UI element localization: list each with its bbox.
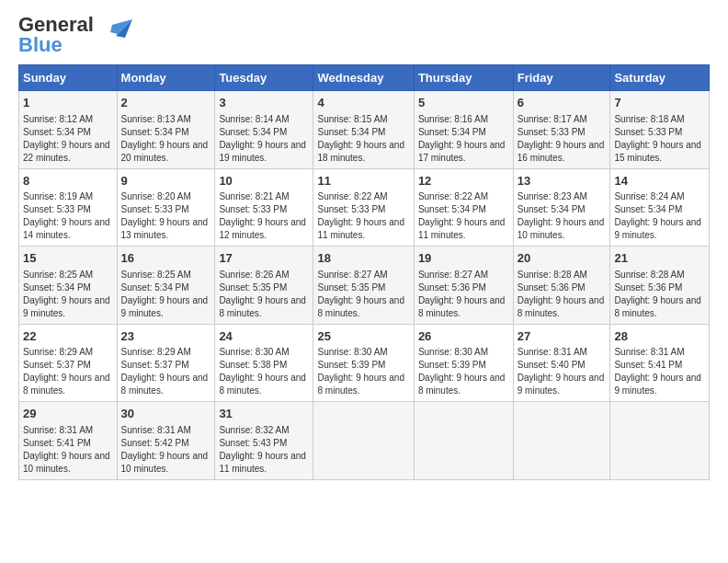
day-info: Sunrise: 8:25 AMSunset: 5:34 PMDaylight:… xyxy=(23,269,113,320)
header: General Blue xyxy=(18,15,710,55)
day-info: Sunrise: 8:22 AMSunset: 5:34 PMDaylight:… xyxy=(418,190,509,242)
calendar-cell: 10Sunrise: 8:21 AMSunset: 5:33 PMDayligh… xyxy=(215,168,313,247)
day-info: Sunrise: 8:25 AMSunset: 5:34 PMDaylight:… xyxy=(121,269,211,320)
calendar-cell: 16Sunrise: 8:25 AMSunset: 5:34 PMDayligh… xyxy=(117,247,215,325)
day-number: 19 xyxy=(418,250,509,267)
day-number: 15 xyxy=(23,250,113,267)
calendar-cell: 26Sunrise: 8:30 AMSunset: 5:39 PMDayligh… xyxy=(414,324,513,402)
day-number: 24 xyxy=(219,328,309,345)
calendar-cell: 1Sunrise: 8:12 AMSunset: 5:34 PMDaylight… xyxy=(19,91,118,169)
day-number: 8 xyxy=(23,173,113,190)
logo-general: General xyxy=(18,15,94,35)
weekday-header-thursday: Thursday xyxy=(414,65,513,91)
calendar-cell: 8Sunrise: 8:19 AMSunset: 5:33 PMDaylight… xyxy=(19,168,118,247)
day-number: 31 xyxy=(219,406,309,422)
calendar-cell: 18Sunrise: 8:27 AMSunset: 5:35 PMDayligh… xyxy=(313,247,414,325)
day-number: 11 xyxy=(317,173,409,190)
day-info: Sunrise: 8:21 AMSunset: 5:33 PMDaylight:… xyxy=(219,190,309,242)
calendar-cell: 24Sunrise: 8:30 AMSunset: 5:38 PMDayligh… xyxy=(215,324,313,402)
day-info: Sunrise: 8:29 AMSunset: 5:37 PMDaylight:… xyxy=(121,346,211,397)
calendar-cell: 6Sunrise: 8:17 AMSunset: 5:33 PMDaylight… xyxy=(513,91,610,169)
weekday-header-friday: Friday xyxy=(513,65,610,91)
day-number: 25 xyxy=(317,328,409,345)
calendar-week-row: 22Sunrise: 8:29 AMSunset: 5:37 PMDayligh… xyxy=(19,324,710,402)
calendar-cell: 22Sunrise: 8:29 AMSunset: 5:37 PMDayligh… xyxy=(19,324,118,402)
day-number: 7 xyxy=(614,95,705,111)
day-info: Sunrise: 8:27 AMSunset: 5:35 PMDaylight:… xyxy=(317,269,409,320)
day-number: 26 xyxy=(418,328,509,345)
calendar-cell: 27Sunrise: 8:31 AMSunset: 5:40 PMDayligh… xyxy=(513,324,610,402)
calendar-cell xyxy=(610,402,710,480)
calendar-cell: 29Sunrise: 8:31 AMSunset: 5:41 PMDayligh… xyxy=(19,402,118,480)
day-number: 4 xyxy=(317,95,409,111)
calendar-cell: 4Sunrise: 8:15 AMSunset: 5:34 PMDaylight… xyxy=(313,91,414,169)
day-number: 5 xyxy=(418,95,509,111)
calendar-cell: 23Sunrise: 8:29 AMSunset: 5:37 PMDayligh… xyxy=(117,324,215,402)
calendar-week-row: 29Sunrise: 8:31 AMSunset: 5:41 PMDayligh… xyxy=(19,402,710,480)
day-info: Sunrise: 8:31 AMSunset: 5:41 PMDaylight:… xyxy=(23,424,113,476)
day-number: 29 xyxy=(23,406,113,422)
logo-bird-icon xyxy=(97,16,132,51)
calendar-cell: 19Sunrise: 8:27 AMSunset: 5:36 PMDayligh… xyxy=(414,247,513,325)
calendar-cell: 20Sunrise: 8:28 AMSunset: 5:36 PMDayligh… xyxy=(513,247,610,325)
logo: General Blue xyxy=(18,15,132,55)
day-number: 2 xyxy=(121,95,211,111)
calendar-cell: 2Sunrise: 8:13 AMSunset: 5:34 PMDaylight… xyxy=(117,91,215,169)
day-number: 10 xyxy=(219,173,309,190)
day-info: Sunrise: 8:29 AMSunset: 5:37 PMDaylight:… xyxy=(23,346,113,397)
day-info: Sunrise: 8:16 AMSunset: 5:34 PMDaylight:… xyxy=(418,113,509,165)
day-number: 1 xyxy=(23,95,113,111)
weekday-header-row: SundayMondayTuesdayWednesdayThursdayFrid… xyxy=(19,65,710,91)
calendar-cell: 21Sunrise: 8:28 AMSunset: 5:36 PMDayligh… xyxy=(610,247,710,325)
day-info: Sunrise: 8:31 AMSunset: 5:41 PMDaylight:… xyxy=(614,346,705,397)
day-number: 23 xyxy=(121,328,211,345)
day-info: Sunrise: 8:14 AMSunset: 5:34 PMDaylight:… xyxy=(219,113,309,165)
day-info: Sunrise: 8:19 AMSunset: 5:33 PMDaylight:… xyxy=(23,190,113,242)
calendar-table: SundayMondayTuesdayWednesdayThursdayFrid… xyxy=(18,64,710,480)
day-number: 12 xyxy=(418,173,509,190)
calendar-week-row: 8Sunrise: 8:19 AMSunset: 5:33 PMDaylight… xyxy=(19,168,710,247)
calendar-cell: 3Sunrise: 8:14 AMSunset: 5:34 PMDaylight… xyxy=(215,91,313,169)
day-info: Sunrise: 8:13 AMSunset: 5:34 PMDaylight:… xyxy=(121,113,211,165)
day-number: 16 xyxy=(121,250,211,267)
day-info: Sunrise: 8:23 AMSunset: 5:34 PMDaylight:… xyxy=(518,190,607,242)
weekday-header-saturday: Saturday xyxy=(610,65,710,91)
day-info: Sunrise: 8:30 AMSunset: 5:39 PMDaylight:… xyxy=(317,346,409,397)
day-number: 27 xyxy=(518,328,607,345)
calendar-cell xyxy=(313,402,414,480)
day-info: Sunrise: 8:22 AMSunset: 5:33 PMDaylight:… xyxy=(317,190,409,242)
day-number: 9 xyxy=(121,173,211,190)
logo-blue: Blue xyxy=(18,35,94,55)
day-info: Sunrise: 8:28 AMSunset: 5:36 PMDaylight:… xyxy=(614,269,705,320)
day-info: Sunrise: 8:26 AMSunset: 5:35 PMDaylight:… xyxy=(219,269,309,320)
day-info: Sunrise: 8:18 AMSunset: 5:33 PMDaylight:… xyxy=(614,113,705,165)
day-info: Sunrise: 8:32 AMSunset: 5:43 PMDaylight:… xyxy=(219,424,309,476)
day-number: 30 xyxy=(121,406,211,422)
calendar-cell: 14Sunrise: 8:24 AMSunset: 5:34 PMDayligh… xyxy=(610,168,710,247)
calendar-cell: 25Sunrise: 8:30 AMSunset: 5:39 PMDayligh… xyxy=(313,324,414,402)
day-number: 22 xyxy=(23,328,113,345)
day-number: 13 xyxy=(518,173,607,190)
day-number: 3 xyxy=(219,95,309,111)
day-number: 21 xyxy=(614,250,705,267)
calendar-cell xyxy=(414,402,513,480)
day-info: Sunrise: 8:31 AMSunset: 5:42 PMDaylight:… xyxy=(121,424,211,476)
weekday-header-sunday: Sunday xyxy=(19,65,118,91)
day-number: 6 xyxy=(518,95,607,111)
day-info: Sunrise: 8:27 AMSunset: 5:36 PMDaylight:… xyxy=(418,269,509,320)
calendar-week-row: 1Sunrise: 8:12 AMSunset: 5:34 PMDaylight… xyxy=(19,91,710,169)
day-info: Sunrise: 8:28 AMSunset: 5:36 PMDaylight:… xyxy=(518,269,607,320)
calendar-cell: 30Sunrise: 8:31 AMSunset: 5:42 PMDayligh… xyxy=(117,402,215,480)
calendar-cell xyxy=(513,402,610,480)
calendar-cell: 7Sunrise: 8:18 AMSunset: 5:33 PMDaylight… xyxy=(610,91,710,169)
calendar-cell: 11Sunrise: 8:22 AMSunset: 5:33 PMDayligh… xyxy=(313,168,414,247)
day-number: 14 xyxy=(614,173,705,190)
weekday-header-wednesday: Wednesday xyxy=(313,65,414,91)
calendar-cell: 9Sunrise: 8:20 AMSunset: 5:33 PMDaylight… xyxy=(117,168,215,247)
calendar-cell: 28Sunrise: 8:31 AMSunset: 5:41 PMDayligh… xyxy=(610,324,710,402)
day-info: Sunrise: 8:12 AMSunset: 5:34 PMDaylight:… xyxy=(23,113,113,165)
calendar-cell: 13Sunrise: 8:23 AMSunset: 5:34 PMDayligh… xyxy=(513,168,610,247)
calendar-cell: 15Sunrise: 8:25 AMSunset: 5:34 PMDayligh… xyxy=(19,247,118,325)
day-info: Sunrise: 8:30 AMSunset: 5:39 PMDaylight:… xyxy=(418,346,509,397)
weekday-header-tuesday: Tuesday xyxy=(215,65,313,91)
